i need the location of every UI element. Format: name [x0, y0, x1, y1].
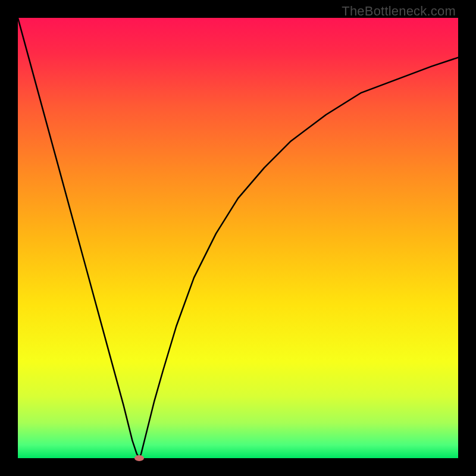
bottleneck-curve: [18, 18, 458, 458]
plot-area: [18, 18, 458, 458]
curve-layer: [18, 18, 458, 458]
watermark-text: TheBottleneck.com: [342, 4, 456, 19]
chart-frame: TheBottleneck.com: [0, 0, 476, 476]
minimum-marker: [134, 455, 144, 461]
